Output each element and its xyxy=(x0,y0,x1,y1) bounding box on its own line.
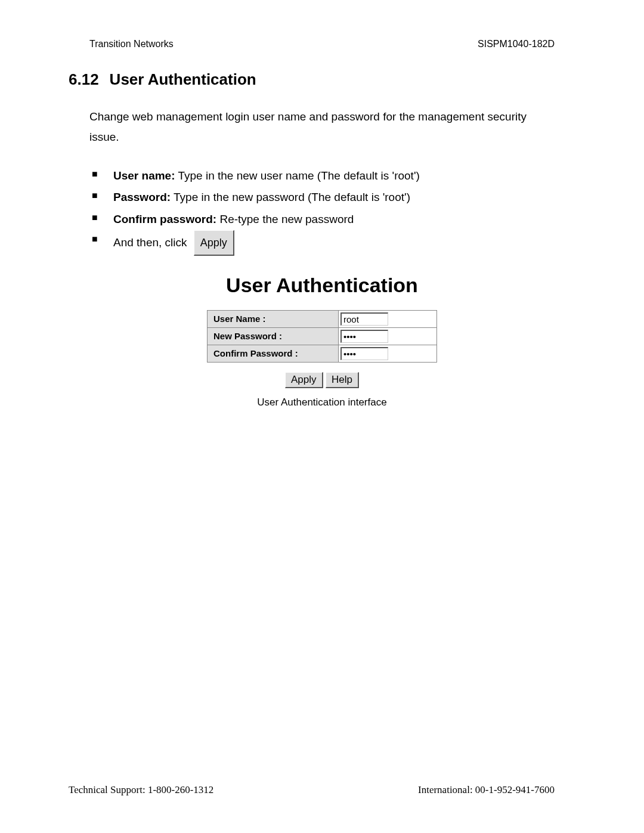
bullet-apply: And then, click Apply xyxy=(89,230,555,256)
bullet-apply-text: And then, click xyxy=(113,236,190,248)
bullet-list: User name: Type in the new user name (Th… xyxy=(89,165,555,255)
footer-right: International: 00-1-952-941-7600 xyxy=(418,784,555,796)
help-button[interactable]: Help xyxy=(326,372,359,388)
ui-title: User Authentication xyxy=(89,274,555,297)
bullet-password-text: Type in the new password (The default is… xyxy=(171,191,410,203)
intro-paragraph: Change web management login user name an… xyxy=(89,107,555,147)
footer-left: Technical Support: 1-800-260-1312 xyxy=(69,784,213,796)
bullet-password: Password: Type in the new password (The … xyxy=(89,187,555,208)
bullet-username-label: User name: xyxy=(113,169,175,182)
apply-button[interactable]: Apply xyxy=(285,372,323,388)
header-left: Transition Networks xyxy=(89,39,174,49)
auth-form-table: User Name : New Password : Confirm Passw… xyxy=(207,310,437,363)
section-number: 6.12 xyxy=(69,70,99,88)
bullet-username-text: Type in the new user name (The default i… xyxy=(175,169,420,182)
page-footer: Technical Support: 1-800-260-1312 Intern… xyxy=(0,784,644,796)
page-header: Transition Networks SISPM1040-182D xyxy=(89,39,555,49)
label-username: User Name : xyxy=(208,310,339,327)
row-confirm: Confirm Password : xyxy=(208,345,437,362)
cell-newpass xyxy=(339,327,437,345)
section-heading: 6.12User Authentication xyxy=(69,70,555,89)
bullet-password-label: Password: xyxy=(113,191,171,203)
section-title: User Authentication xyxy=(110,70,256,88)
button-row: Apply Help xyxy=(89,372,555,388)
bullet-confirm-label: Confirm password: xyxy=(113,213,216,225)
newpassword-input[interactable] xyxy=(340,330,388,343)
apply-button-inline[interactable]: Apply xyxy=(194,230,234,256)
ui-caption: User Authentication interface xyxy=(89,397,555,408)
row-newpass: New Password : xyxy=(208,327,437,345)
cell-confirm xyxy=(339,345,437,362)
confirmpassword-input[interactable] xyxy=(340,347,388,360)
cell-username xyxy=(339,310,437,327)
label-confirm: Confirm Password : xyxy=(208,345,339,362)
bullet-username: User name: Type in the new user name (Th… xyxy=(89,165,555,187)
bullet-confirm-text: Re-type the new password xyxy=(216,213,354,225)
bullet-confirm: Confirm password: Re-type the new passwo… xyxy=(89,209,555,230)
row-username: User Name : xyxy=(208,310,437,327)
ui-screenshot: User Authentication User Name : New Pass… xyxy=(89,274,555,408)
header-right: SISPM1040-182D xyxy=(478,39,555,49)
label-newpass: New Password : xyxy=(208,327,339,345)
username-input[interactable] xyxy=(340,312,388,326)
